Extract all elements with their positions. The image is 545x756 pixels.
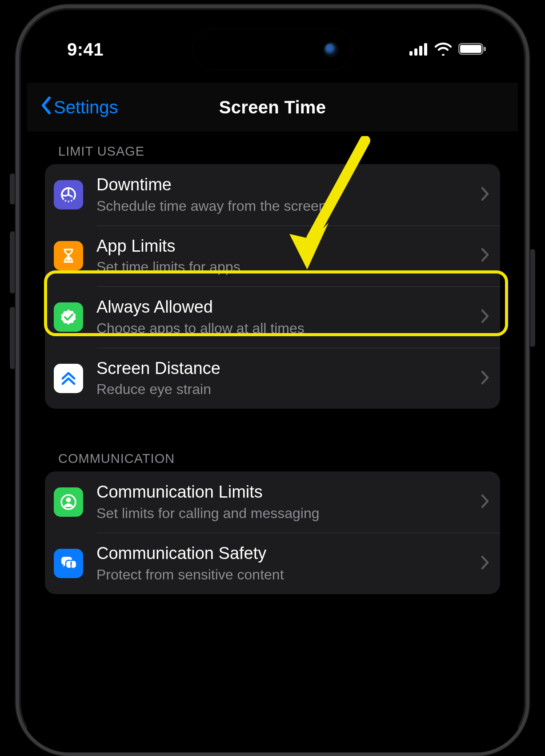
chevron-right-icon [481, 555, 489, 572]
phone-mute-switch [10, 173, 15, 205]
seal-check-icon [54, 302, 83, 332]
cellular-signal-icon [409, 40, 428, 60]
row-subtitle: Choose apps to allow at all times [96, 319, 476, 337]
status-bar: 9:41 [27, 29, 518, 69]
group-communication: Communication Limits Set limits for call… [45, 471, 500, 594]
person-circle-icon [54, 487, 83, 517]
chevron-right-icon [481, 309, 489, 326]
row-subtitle: Set limits for calling and messaging [96, 504, 476, 522]
battery-icon [458, 40, 487, 60]
row-screen-distance[interactable]: Screen Distance Reduce eye strain [45, 348, 500, 409]
group-limit-usage: Downtime Schedule time away from the scr… [45, 164, 500, 409]
row-title: Communication Safety [96, 543, 476, 564]
chevron-right-icon [481, 186, 489, 203]
chevron-left-icon [40, 96, 53, 119]
wifi-icon [434, 40, 452, 60]
row-subtitle: Protect from sensitive content [96, 566, 476, 583]
svg-rect-0 [409, 51, 413, 56]
hourglass-icon [54, 241, 83, 270]
row-title: Always Allowed [96, 297, 476, 318]
svg-rect-5 [460, 45, 481, 53]
status-time: 9:41 [67, 40, 104, 60]
chevron-right-icon [481, 370, 489, 387]
phone-frame: 9:41 [16, 4, 529, 756]
page-title: Screen Time [219, 97, 326, 117]
svg-rect-3 [424, 43, 427, 56]
chat-bubbles-alert-icon [54, 549, 83, 578]
svg-rect-6 [484, 47, 486, 51]
row-downtime[interactable]: Downtime Schedule time away from the scr… [45, 164, 500, 225]
row-communication-safety[interactable]: Communication Safety Protect from sensit… [45, 533, 500, 594]
row-communication-limits[interactable]: Communication Limits Set limits for call… [45, 471, 500, 533]
row-title: Communication Limits [96, 482, 476, 503]
phone-power-button [530, 249, 535, 347]
back-label: Settings [54, 97, 118, 117]
row-title: Screen Distance [96, 358, 476, 379]
row-subtitle: Set time limits for apps [96, 258, 476, 276]
row-subtitle: Reduce eye strain [96, 380, 476, 398]
phone-volume-down [10, 307, 15, 369]
downtime-icon [54, 180, 83, 209]
row-title: App Limits [96, 236, 476, 257]
back-button[interactable]: Settings [27, 96, 118, 119]
row-always-allowed[interactable]: Always Allowed Choose apps to allow at a… [45, 286, 500, 348]
svg-rect-2 [419, 46, 422, 56]
phone-screen: 9:41 [27, 16, 518, 752]
svg-rect-1 [414, 48, 417, 56]
section-header-communication: COMMUNICATION [58, 451, 500, 466]
row-subtitle: Schedule time away from the screen [96, 197, 476, 215]
chevron-right-icon [481, 247, 489, 264]
row-title: Downtime [96, 175, 476, 195]
svg-point-10 [66, 498, 71, 503]
row-app-limits[interactable]: App Limits Set time limits for apps [45, 225, 500, 287]
double-chevron-up-icon [54, 364, 83, 393]
content-scroll[interactable]: LIMIT USAGE Downtime Sch [27, 132, 518, 752]
phone-volume-up [10, 231, 15, 294]
chevron-right-icon [481, 494, 489, 511]
nav-bar: Settings Screen Time [27, 83, 518, 132]
svg-point-14 [70, 566, 72, 568]
section-header-limit-usage: LIMIT USAGE [58, 144, 500, 159]
